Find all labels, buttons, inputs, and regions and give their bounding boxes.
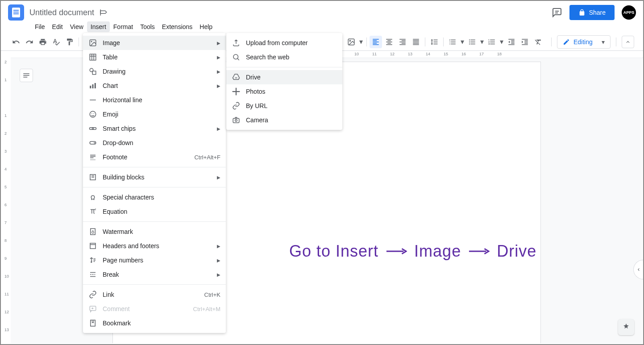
- menu-extensions[interactable]: Extensions: [158, 21, 196, 32]
- image-item-drive[interactable]: Drive: [226, 70, 342, 84]
- menu-item-label: Table: [103, 54, 217, 61]
- insert-item-drawing[interactable]: Drawing▶: [83, 64, 226, 79]
- menu-insert[interactable]: Insert: [87, 21, 110, 32]
- undo-button[interactable]: [10, 36, 22, 48]
- align-center-button[interactable]: [383, 36, 395, 48]
- line-spacing-button[interactable]: [428, 36, 440, 48]
- app-header: Untitled document Share APPS: [1, 1, 643, 21]
- submenu-arrow-icon: ▶: [217, 126, 220, 131]
- menu-item-label: Break: [103, 271, 217, 278]
- checklist-button[interactable]: [446, 36, 459, 48]
- decrease-indent-button[interactable]: [505, 36, 518, 48]
- insert-item-break[interactable]: Break▶: [83, 267, 226, 282]
- menu-edit[interactable]: Edit: [49, 21, 66, 32]
- pi-icon: 2: [88, 207, 97, 216]
- menu-item-label: Photos: [246, 88, 337, 95]
- insert-item-watermark[interactable]: Watermark: [83, 224, 226, 239]
- link-icon: [88, 290, 97, 299]
- svg-rect-12: [90, 86, 91, 88]
- insert-item-bookmark[interactable]: Bookmark: [83, 316, 226, 330]
- svg-point-18: [94, 113, 95, 114]
- hline-icon: [88, 96, 97, 104]
- image-submenu: Upload from computerSearch the webDriveP…: [226, 33, 342, 130]
- menu-item-label: Watermark: [103, 228, 220, 235]
- editing-mode-button[interactable]: Editing ▾: [557, 35, 611, 49]
- bullet-dropdown[interactable]: ▾: [479, 36, 485, 48]
- dropdown-icon: [88, 138, 97, 147]
- hide-menus-button[interactable]: [622, 36, 634, 48]
- image-dropdown[interactable]: ▾: [358, 36, 364, 48]
- document-title[interactable]: Untitled document: [29, 8, 94, 17]
- docs-logo[interactable]: [8, 4, 24, 21]
- insert-image-button[interactable]: [345, 36, 357, 48]
- spellcheck-button[interactable]: [50, 36, 62, 48]
- svg-text:2: 2: [95, 208, 96, 211]
- image-item-upload-from-computer[interactable]: Upload from computer: [226, 36, 342, 50]
- bullet-list-button[interactable]: [466, 36, 478, 48]
- show-outline-button[interactable]: [20, 69, 33, 82]
- footnote-icon: [88, 153, 97, 162]
- svg-rect-14: [95, 83, 96, 88]
- search-icon: [232, 53, 241, 62]
- insert-item-smart-chips[interactable]: Smart chips▶: [83, 121, 226, 136]
- insert-item-emoji[interactable]: Emoji: [83, 107, 226, 121]
- move-icon[interactable]: [100, 8, 108, 17]
- insert-item-special-characters[interactable]: Special characters: [83, 190, 226, 204]
- drive-icon: [232, 73, 241, 82]
- svg-rect-30: [91, 229, 96, 235]
- insert-item-headers-and-footers[interactable]: Headers and footers▶: [83, 239, 226, 253]
- align-right-button[interactable]: [396, 36, 409, 48]
- clear-format-button[interactable]: [532, 36, 544, 48]
- numbered-dropdown[interactable]: ▾: [499, 36, 504, 48]
- url-icon: [232, 101, 241, 110]
- insert-item-building-blocks[interactable]: Building blocks▶: [83, 170, 226, 184]
- bookmark-icon: [88, 319, 97, 328]
- align-justify-button[interactable]: [410, 36, 422, 48]
- insert-item-equation[interactable]: 2Equation: [83, 204, 226, 219]
- share-button[interactable]: Share: [569, 5, 615, 20]
- submenu-arrow-icon: ▶: [217, 69, 220, 74]
- chart-icon: [88, 81, 97, 90]
- numbered-list-button[interactable]: [486, 36, 498, 48]
- submenu-arrow-icon: ▶: [217, 272, 220, 277]
- redo-button[interactable]: [23, 36, 36, 48]
- submenu-arrow-icon: ▶: [217, 55, 220, 60]
- menu-file[interactable]: File: [31, 21, 49, 32]
- insert-item-horizontal-line[interactable]: Horizontal line: [83, 93, 226, 107]
- insert-item-page-numbers[interactable]: #Page numbers▶: [83, 253, 226, 267]
- menu-item-label: Drawing: [103, 68, 217, 75]
- svg-rect-11: [92, 71, 96, 75]
- explore-button[interactable]: [618, 319, 634, 335]
- svg-rect-20: [92, 128, 96, 130]
- menu-item-label: Bookmark: [103, 320, 220, 327]
- insert-item-footnote[interactable]: FootnoteCtrl+Alt+F: [83, 150, 226, 164]
- paint-format-button[interactable]: [63, 36, 76, 48]
- account-avatar[interactable]: APPS: [622, 5, 636, 20]
- image-item-camera[interactable]: Camera: [226, 113, 342, 127]
- image-item-by-url[interactable]: By URL: [226, 99, 342, 113]
- menu-help[interactable]: Help: [196, 21, 216, 32]
- insert-item-table[interactable]: Table▶: [83, 50, 226, 64]
- menu-view[interactable]: View: [66, 21, 87, 32]
- image-item-search-the-web[interactable]: Search the web: [226, 50, 342, 64]
- menu-format[interactable]: Format: [110, 21, 137, 32]
- drawing-icon: [88, 67, 97, 76]
- print-button[interactable]: [37, 36, 49, 48]
- break-icon: [88, 270, 97, 279]
- insert-item-chart[interactable]: Chart▶: [83, 79, 226, 93]
- comment-icon: [88, 304, 97, 313]
- menu-tools[interactable]: Tools: [137, 21, 158, 32]
- menu-item-label: Drive: [246, 74, 337, 81]
- insert-item-image[interactable]: Image▶: [83, 36, 226, 50]
- comments-icon[interactable]: [552, 7, 562, 18]
- increase-indent-button[interactable]: [519, 36, 531, 48]
- svg-rect-40: [91, 320, 96, 326]
- image-item-photos[interactable]: Photos: [226, 84, 342, 99]
- menu-item-label: Chart: [103, 82, 217, 89]
- insert-item-comment[interactable]: CommentCtrl+Alt+M: [83, 302, 226, 316]
- image-icon: [88, 38, 97, 47]
- insert-item-link[interactable]: LinkCtrl+K: [83, 287, 226, 302]
- insert-item-drop-down[interactable]: Drop-down: [83, 136, 226, 150]
- align-left-button[interactable]: [370, 36, 382, 48]
- checklist-dropdown[interactable]: ▾: [460, 36, 465, 48]
